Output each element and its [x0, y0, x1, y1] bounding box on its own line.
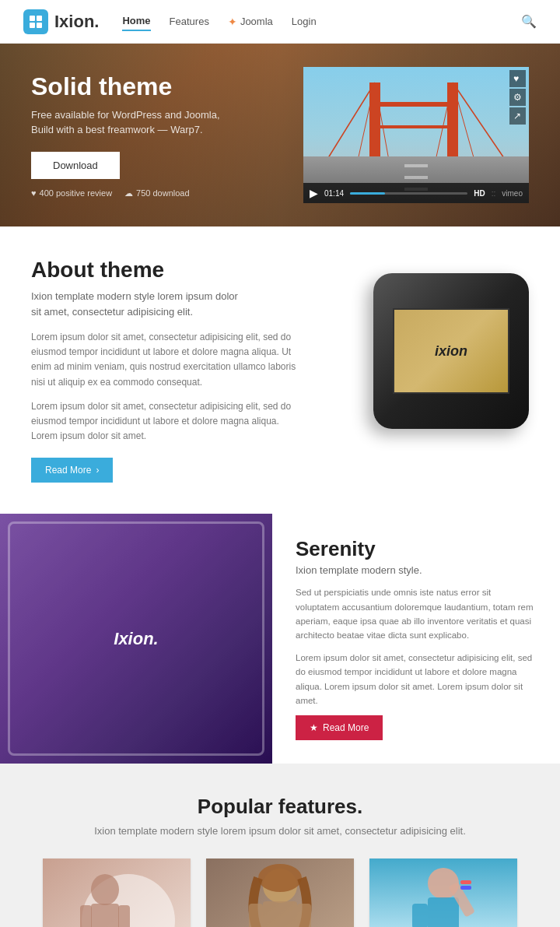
nav-features[interactable]: Features: [170, 12, 209, 30]
svg-rect-30: [263, 901, 297, 927]
svg-point-21: [91, 874, 119, 905]
video-controls: ▶ 01:14 HD :: vimeo: [303, 183, 529, 203]
cloud-icon: ☁: [124, 188, 133, 198]
svg-rect-7: [369, 102, 458, 107]
feature-image-2: [206, 859, 354, 927]
svg-rect-24: [118, 905, 130, 927]
star-icon: ★: [310, 722, 318, 733]
hero-stats: ♥ 400 positive review ☁ 750 download: [31, 188, 303, 198]
heart-icon: ♥: [31, 188, 37, 198]
phone-image: ixion: [327, 258, 529, 437]
nav-joomla[interactable]: ✦ Joomla: [228, 12, 273, 31]
feature-item-1: Adipisicing elit: [43, 859, 191, 927]
svg-rect-16: [404, 164, 428, 167]
about-read-more-button[interactable]: Read More ›: [31, 458, 113, 483]
svg-rect-37: [412, 904, 428, 927]
divider: ::: [492, 189, 496, 198]
serenity-body-1: Sed ut perspiciatis unde omnis iste natu…: [296, 585, 537, 643]
phone-body: ixion: [373, 273, 529, 429]
svg-rect-2: [30, 23, 35, 28]
serenity-image: Ixion.: [0, 514, 272, 764]
video-sidebar: ♥ ⚙ ↗: [506, 67, 529, 128]
video-time: 01:14: [324, 189, 344, 198]
phone-screen: ixion: [393, 308, 509, 394]
about-body-1: Lorem ipsum dolor sit amet, consectetur …: [31, 330, 303, 390]
arrow-right-icon: ›: [96, 465, 99, 476]
joomla-star-icon: ✦: [228, 16, 237, 28]
progress-bar[interactable]: [350, 192, 467, 195]
serenity-body-2: Lorem ipsum dolor sit amet, consectetur …: [296, 651, 537, 708]
features-subtitle: Ixion template modern style lorem ipsum …: [31, 825, 529, 837]
svg-rect-39: [460, 886, 471, 890]
svg-rect-1: [37, 16, 42, 21]
hero-video: ♥ ⚙ ↗ ▶ 01:14 HD :: vimeo: [303, 67, 529, 203]
vimeo-label: vimeo: [502, 189, 523, 198]
hero-content: Solid theme Free available for WordPress…: [31, 72, 303, 198]
share-icon[interactable]: ↗: [509, 107, 526, 125]
serenity-subtitle: Ixion template modern style.: [296, 564, 537, 576]
stat-downloads: ☁ 750 download: [124, 188, 190, 198]
serenity-section: Ixion. Serenity Ixion template modern st…: [0, 514, 560, 764]
hero-subtitle: Free available for WordPress and Joomla,…: [31, 107, 303, 138]
about-title: About theme: [31, 258, 303, 283]
svg-rect-17: [404, 176, 428, 179]
about-body-2: Lorem ipsum dolor sit amet, consectetur …: [31, 399, 303, 444]
features-title: Popular features.: [31, 795, 529, 819]
hero-title: Solid theme: [31, 72, 303, 101]
logo-icon: [23, 9, 48, 34]
svg-rect-0: [30, 16, 35, 21]
svg-rect-22: [91, 904, 119, 927]
serenity-logo-text: Ixion.: [114, 629, 158, 649]
features-grid: Adipisicing elit: [31, 859, 529, 927]
about-lead: Ixion template modern style lorem ipsum …: [31, 289, 303, 319]
settings-icon[interactable]: ⚙: [509, 89, 526, 106]
svg-rect-23: [80, 905, 92, 927]
feature-item-2: Sit amet: [206, 859, 354, 927]
about-content: About theme Ixion template modern style …: [31, 258, 303, 483]
download-button[interactable]: Download: [31, 152, 120, 179]
svg-point-29: [258, 864, 302, 892]
header: Ixion. Home Features ✦ Joomla Login 🔍: [0, 0, 560, 44]
nav-home[interactable]: Home: [122, 12, 150, 31]
about-phone: ixion: [327, 258, 529, 437]
favorite-icon[interactable]: ♥: [509, 70, 526, 87]
logo-text: Ixion.: [54, 12, 99, 32]
stat-reviews: ♥ 400 positive review: [31, 188, 112, 198]
serenity-read-more-button[interactable]: ★ Read More: [296, 715, 383, 740]
feature-item-3: Ipsum dolor: [369, 859, 517, 927]
logo[interactable]: Ixion.: [23, 9, 99, 34]
about-section: About theme Ixion template modern style …: [0, 226, 560, 514]
svg-rect-35: [428, 897, 459, 927]
search-icon[interactable]: 🔍: [521, 14, 537, 29]
svg-rect-38: [460, 880, 471, 884]
svg-rect-32: [297, 904, 311, 927]
progress-fill: [350, 192, 385, 195]
nav-login[interactable]: Login: [292, 12, 317, 30]
feature-image-1: [43, 859, 191, 927]
main-nav: Home Features ✦ Joomla Login: [122, 12, 521, 31]
hd-badge: HD: [474, 189, 485, 198]
feature-image-3: [369, 859, 517, 927]
serenity-title: Serenity: [296, 537, 537, 561]
hero-section: Solid theme Free available for WordPress…: [0, 44, 560, 226]
features-section: Popular features. Ixion template modern …: [0, 764, 560, 927]
serenity-content: Serenity Ixion template modern style. Se…: [272, 514, 560, 764]
phone-screen-text: ixion: [435, 343, 467, 360]
svg-rect-3: [37, 23, 42, 28]
play-button[interactable]: ▶: [310, 187, 318, 199]
svg-rect-31: [249, 904, 263, 927]
